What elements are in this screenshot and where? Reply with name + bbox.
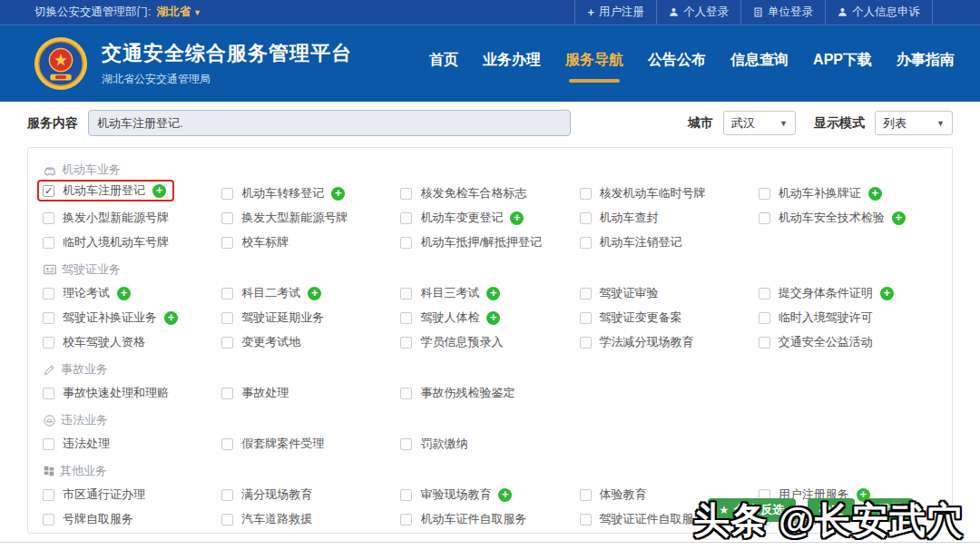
service-item[interactable]: 学员信息预录入 — [400, 331, 503, 353]
checkbox[interactable] — [43, 288, 54, 300]
service-item[interactable]: 满分现场教育 — [221, 484, 312, 506]
checkbox[interactable] — [580, 312, 592, 324]
nav-tab[interactable]: 公告公布 — [648, 45, 706, 83]
checkbox[interactable] — [400, 337, 412, 349]
display-mode-select[interactable]: 列表 ▼ — [875, 111, 953, 135]
checkbox[interactable] — [400, 489, 412, 501]
checkbox[interactable] — [43, 212, 54, 224]
service-item[interactable]: ✓机动车注册登记+ — [37, 180, 174, 201]
service-item[interactable]: 机动车变更登记+ — [400, 207, 524, 229]
topbar-link[interactable]: 单位登录 — [740, 0, 825, 25]
checkbox[interactable] — [759, 337, 770, 349]
checkbox[interactable] — [221, 388, 233, 399]
service-item[interactable]: 核发机动车临时号牌 — [580, 182, 706, 204]
service-item[interactable]: 学法减分现场教育 — [580, 331, 694, 353]
service-item[interactable]: 科目三考试+ — [400, 282, 500, 304]
checkbox[interactable] — [759, 288, 770, 300]
service-item[interactable]: 校车驾驶人资格 — [43, 331, 145, 353]
service-item[interactable]: 换发小型新能源号牌 — [43, 207, 169, 229]
checkbox[interactable] — [43, 237, 54, 249]
add-icon[interactable]: + — [510, 211, 524, 225]
checkbox[interactable] — [221, 312, 233, 324]
checkbox[interactable] — [759, 312, 770, 324]
nav-tab[interactable]: APP下载 — [813, 45, 872, 83]
checkbox[interactable] — [221, 288, 233, 300]
service-item[interactable]: 事故伤残检验鉴定 — [400, 382, 514, 404]
checkbox[interactable] — [580, 288, 592, 300]
checkbox[interactable] — [43, 312, 54, 324]
checkbox[interactable] — [221, 212, 233, 224]
checkbox[interactable] — [400, 388, 412, 399]
nav-tab[interactable]: 服务导航 — [565, 45, 623, 83]
checkbox[interactable] — [43, 438, 54, 450]
service-item[interactable]: 汽车道路救援 — [221, 508, 312, 530]
service-item[interactable]: 驾驶证审验 — [580, 282, 659, 304]
checkbox[interactable] — [759, 212, 770, 224]
add-icon[interactable]: + — [164, 311, 178, 325]
service-item[interactable]: 换发大型新能源号牌 — [221, 207, 348, 229]
service-item[interactable]: 市区通行证办理 — [43, 484, 145, 506]
service-item[interactable]: 事故快速处理和理赔 — [43, 382, 169, 404]
nav-tab[interactable]: 业务办理 — [483, 45, 541, 83]
service-item[interactable]: 临时入境驾驶许可 — [759, 307, 873, 329]
checkbox[interactable] — [580, 337, 592, 349]
service-item[interactable]: 机动车抵押/解抵押登记 — [400, 231, 542, 253]
service-item[interactable]: 罚款缴纳 — [400, 433, 467, 455]
service-item[interactable]: 体验教育 — [580, 484, 647, 506]
service-item[interactable]: 提交身体条件证明+ — [759, 282, 894, 304]
service-item[interactable]: 事故处理 — [221, 382, 289, 404]
topbar-link[interactable]: 个人登录 — [656, 0, 740, 25]
nav-tab[interactable]: 首页 — [429, 45, 458, 83]
service-item[interactable]: 校车标牌 — [221, 231, 289, 253]
checkbox[interactable] — [43, 514, 54, 525]
region-dropdown[interactable]: 湖北省▼ — [156, 5, 201, 20]
checkbox[interactable] — [759, 188, 770, 200]
add-icon[interactable]: + — [308, 287, 321, 300]
topbar-link[interactable]: 个人信息申诉 — [825, 0, 933, 25]
topbar-link[interactable]: +用户注册 — [574, 0, 656, 25]
service-item[interactable]: 驾驶证变更备案 — [580, 307, 682, 329]
add-icon[interactable]: + — [868, 187, 882, 201]
checkbox[interactable] — [221, 188, 233, 200]
add-icon[interactable]: + — [880, 287, 894, 300]
service-item[interactable]: 驾驶证补换证业务+ — [43, 307, 178, 329]
add-icon[interactable]: + — [892, 211, 906, 225]
add-icon[interactable]: + — [331, 187, 345, 201]
checkbox[interactable] — [221, 237, 233, 249]
checkbox[interactable] — [580, 514, 592, 525]
nav-tab[interactable]: 信息查询 — [730, 45, 789, 83]
service-item[interactable]: 驾驶证证件自取服务 — [580, 508, 706, 530]
add-icon[interactable]: + — [486, 287, 500, 300]
service-item[interactable]: 机动车注销登记 — [580, 231, 682, 253]
reset-button[interactable]: 重置 — [867, 498, 914, 522]
checkbox[interactable] — [580, 237, 592, 249]
checkbox[interactable] — [43, 388, 54, 399]
service-item[interactable]: 科目二考试+ — [221, 282, 321, 304]
service-item[interactable]: 变更考试地 — [221, 331, 300, 353]
checkbox[interactable] — [43, 489, 54, 501]
service-item[interactable]: 驾驶证延期业务 — [221, 307, 324, 329]
service-item[interactable]: 审验现场教育+ — [400, 484, 512, 506]
service-item[interactable]: 核发免检车合格标志 — [400, 182, 526, 204]
service-item[interactable]: 违法处理 — [43, 433, 110, 455]
add-icon[interactable]: + — [152, 184, 166, 198]
select-all-button[interactable]: ★ 全选/反选 — [708, 498, 796, 522]
checkbox[interactable] — [221, 489, 233, 501]
service-item[interactable]: 机动车证件自取服务 — [400, 508, 526, 530]
service-item[interactable]: 机动车安全技术检验+ — [759, 207, 906, 229]
service-search-input[interactable] — [88, 110, 571, 136]
add-icon[interactable]: + — [117, 287, 131, 300]
checkbox[interactable] — [221, 438, 233, 450]
checkbox[interactable] — [400, 312, 412, 324]
service-item[interactable]: 驾驶人体检+ — [400, 307, 500, 329]
service-item[interactable]: 假套牌案件受理 — [221, 433, 324, 455]
checkbox[interactable]: ✓ — [43, 185, 54, 197]
service-item[interactable]: 理论考试+ — [43, 282, 131, 304]
checkbox[interactable] — [221, 514, 233, 525]
service-item[interactable]: 机动车查封 — [580, 207, 659, 229]
checkbox[interactable] — [400, 438, 412, 450]
add-icon[interactable]: + — [498, 488, 512, 502]
checkbox[interactable] — [400, 237, 412, 249]
checkbox[interactable] — [400, 514, 412, 525]
nav-tab[interactable]: 办事指南 — [897, 45, 955, 83]
